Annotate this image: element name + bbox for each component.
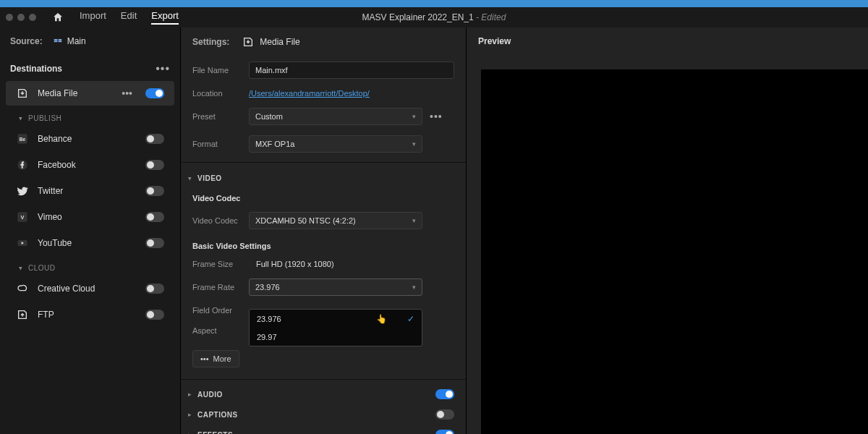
destination-facebook[interactable]: Facebook [6, 153, 174, 177]
format-label: Format [192, 140, 249, 148]
check-icon: ✓ [407, 314, 414, 324]
document-title: MASV Explainer 2022_EN_1 - Edited [362, 12, 506, 22]
frame-rate-option-2997[interactable]: 29.97 [250, 328, 422, 346]
destination-ftp[interactable]: FTP [6, 302, 174, 327]
creative-cloud-toggle[interactable] [145, 284, 164, 294]
destinations-header: Destinations [10, 64, 62, 74]
tab-import[interactable]: Import [80, 10, 106, 25]
file-name-label: File Name [192, 66, 249, 75]
toolbar: Import Edit Export MASV Explainer 2022_E… [0, 7, 868, 27]
chevron-right-icon: ▸ [188, 411, 192, 418]
facebook-toggle[interactable] [145, 160, 164, 170]
chevron-down-icon: ▸ [17, 266, 25, 270]
chevron-right-icon: ▸ [188, 431, 192, 434]
twitter-icon [16, 184, 29, 197]
destination-twitter[interactable]: Twitter [6, 179, 174, 203]
settings-value: Media File [242, 36, 299, 48]
more-dots-icon: ••• [200, 354, 209, 363]
category-cloud[interactable]: ▸ CLOUD [0, 257, 180, 275]
vimeo-toggle[interactable] [145, 212, 164, 222]
youtube-toggle[interactable] [145, 238, 164, 248]
preview-panel: Preview [467, 27, 868, 434]
video-codec-label: Video Codec [192, 216, 249, 225]
svg-rect-1 [54, 41, 57, 42]
settings-panel: Settings: Media File File Name Location … [181, 27, 467, 434]
export-icon [242, 36, 254, 48]
source-value[interactable]: Main [53, 36, 86, 46]
frame-rate-option-23976[interactable]: 23.976 ✓ 👆 [250, 310, 422, 328]
frame-size-value: Full HD (1920 x 1080) [249, 260, 334, 268]
destination-media-file[interactable]: Media File ••• [6, 81, 174, 106]
location-label: Location [192, 89, 249, 98]
captions-section-toggle[interactable]: ▸ CAPTIONS [181, 404, 466, 425]
basic-video-settings-title: Basic Video Settings [181, 234, 466, 255]
ftp-icon [16, 308, 29, 321]
video-codec-section-title: Video Codec [181, 187, 466, 207]
destinations-more-icon[interactable]: ••• [156, 62, 170, 75]
top-accent-bar [0, 0, 868, 7]
field-order-label: Field Order [192, 306, 249, 315]
effects-toggle[interactable] [435, 430, 454, 434]
format-select[interactable]: MXF OP1a ▾ [249, 135, 422, 153]
location-link[interactable]: /Users/alexandramarriott/Desktop/ [249, 89, 370, 98]
window-controls [6, 14, 36, 21]
preset-label: Preset [192, 112, 249, 121]
chevron-down-icon: ▾ [412, 217, 416, 224]
captions-toggle[interactable] [435, 409, 454, 420]
vimeo-icon: V [16, 210, 29, 224]
preview-header: Preview [467, 27, 868, 55]
file-name-input[interactable] [249, 61, 454, 79]
media-file-more-icon[interactable]: ••• [122, 88, 132, 99]
tab-export[interactable]: Export [151, 10, 179, 25]
video-codec-select[interactable]: XDCAMHD 50 NTSC (4:2:2) ▾ [249, 212, 422, 229]
chevron-down-icon: ▸ [187, 176, 194, 180]
sidebar: Source: Main Destinations ••• Media File… [0, 27, 181, 434]
source-label: Source: [10, 36, 43, 46]
maximize-window-button[interactable] [29, 14, 36, 21]
frame-rate-select[interactable]: 23.976 ▾ [249, 278, 422, 296]
chevron-down-icon: ▾ [412, 284, 416, 291]
category-publish[interactable]: ▸ PUBLISH [0, 107, 180, 125]
preview-viewport[interactable] [481, 69, 868, 434]
media-file-toggle[interactable] [145, 88, 164, 98]
behance-toggle[interactable] [145, 134, 164, 144]
ftp-toggle[interactable] [145, 310, 164, 320]
destination-youtube[interactable]: YouTube [6, 231, 174, 255]
chevron-down-icon: ▸ [17, 116, 25, 120]
youtube-icon [16, 237, 29, 250]
video-section-toggle[interactable]: ▸ VIDEO [181, 167, 466, 187]
audio-section-toggle[interactable]: ▸ AUDIO [181, 384, 466, 404]
svg-rect-2 [58, 39, 61, 41]
more-button[interactable]: ••• More [192, 350, 239, 367]
chevron-down-icon: ▾ [412, 140, 416, 148]
export-icon [16, 87, 29, 100]
chevron-right-icon: ▸ [188, 391, 192, 398]
twitter-toggle[interactable] [145, 186, 164, 196]
doc-status-text: - Edited [476, 12, 506, 22]
tab-edit[interactable]: Edit [121, 10, 137, 25]
behance-icon: Be [16, 132, 29, 145]
frame-size-label: Frame Size [192, 260, 249, 268]
facebook-icon [16, 158, 29, 171]
destination-behance[interactable]: Be Behance [6, 127, 174, 151]
audio-toggle[interactable] [435, 389, 454, 399]
home-icon[interactable] [51, 10, 65, 25]
preset-more-icon[interactable]: ••• [430, 111, 443, 122]
destination-vimeo[interactable]: V Vimeo [6, 205, 174, 229]
cursor-icon: 👆 [376, 314, 387, 324]
preset-select[interactable]: Custom ▾ [249, 108, 422, 125]
close-window-button[interactable] [6, 14, 13, 21]
minimize-window-button[interactable] [17, 14, 25, 21]
effects-section-toggle[interactable]: ▸ EFFECTS [181, 425, 466, 434]
frame-rate-label: Frame Rate [192, 283, 249, 292]
creative-cloud-icon [16, 282, 29, 295]
chevron-down-icon: ▾ [412, 113, 416, 120]
aspect-label: Aspect [192, 326, 249, 335]
svg-rect-0 [54, 39, 57, 41]
destination-creative-cloud[interactable]: Creative Cloud [6, 276, 174, 301]
svg-text:V: V [21, 214, 25, 221]
settings-label: Settings: [192, 37, 229, 47]
svg-rect-3 [58, 41, 61, 42]
frame-rate-dropdown: 23.976 ✓ 👆 29.97 [249, 309, 422, 346]
svg-text:Be: Be [20, 137, 26, 142]
